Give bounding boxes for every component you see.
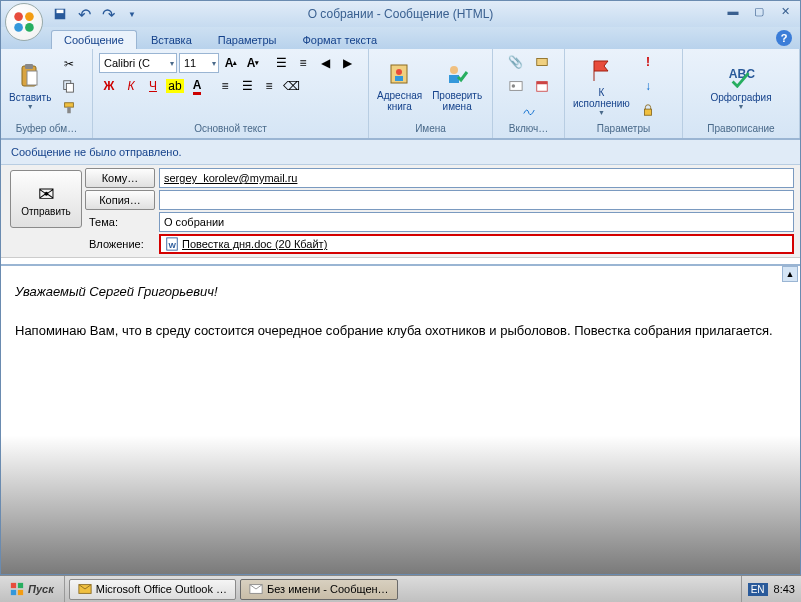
to-field[interactable]: sergey_korolev@mymail.ru: [159, 168, 794, 188]
close-button[interactable]: ✕: [774, 3, 796, 19]
attach-item-icon[interactable]: [532, 52, 552, 72]
format-painter-icon[interactable]: [59, 98, 79, 118]
bullets-icon[interactable]: ☰: [271, 53, 291, 73]
body-paragraph: Напоминаю Вам, что в среду состоится оче…: [15, 321, 786, 341]
svg-point-2: [14, 23, 23, 32]
check-names-button[interactable]: Проверить имена: [428, 53, 486, 119]
check-names-icon: [443, 60, 471, 88]
save-icon[interactable]: [51, 5, 69, 23]
clear-format-icon[interactable]: ⌫: [281, 76, 301, 96]
font-color-icon[interactable]: A: [187, 76, 207, 96]
cut-icon[interactable]: ✂: [59, 54, 79, 74]
svg-point-3: [25, 23, 34, 32]
grow-font-icon[interactable]: A▴: [221, 53, 241, 73]
signature-icon[interactable]: [519, 100, 539, 120]
office-button[interactable]: [5, 3, 43, 41]
group-followup: К исполнению ▼ ! ↓ Параметры: [565, 49, 683, 138]
follow-up-button[interactable]: К исполнению ▼: [569, 53, 634, 119]
italic-icon[interactable]: К: [121, 76, 141, 96]
chevron-down-icon: ▼: [598, 109, 605, 116]
minimize-button[interactable]: ▬: [722, 3, 744, 19]
attachment-item[interactable]: W Повестка дня.doc (20 Кбайт): [165, 237, 327, 251]
group-clipboard: Вставить ▼ ✂ Буфер обм…: [1, 49, 93, 138]
subject-field[interactable]: О собрании: [159, 212, 794, 232]
group-label-names: Имена: [373, 121, 488, 136]
highlight-icon[interactable]: ab: [165, 76, 185, 96]
align-right-icon[interactable]: ≡: [259, 76, 279, 96]
spelling-button[interactable]: ABC Орфография ▼: [706, 53, 775, 119]
quick-access-toolbar: ↶ ↷ ▼: [51, 1, 141, 27]
clock: 8:43: [774, 583, 795, 595]
tab-options[interactable]: Параметры: [206, 31, 289, 49]
svg-rect-27: [11, 583, 16, 588]
shrink-font-icon[interactable]: A▾: [243, 53, 263, 73]
tab-format[interactable]: Формат текста: [290, 31, 389, 49]
svg-rect-12: [68, 107, 72, 113]
bold-icon[interactable]: Ж: [99, 76, 119, 96]
svg-rect-7: [25, 64, 33, 69]
window-title: О собрании - Сообщение (HTML): [308, 7, 494, 21]
attach-file-icon[interactable]: 📎: [506, 52, 526, 72]
to-button[interactable]: Кому…: [85, 168, 155, 188]
message-area: Сообщение не было отправлено. ✉ Отправит…: [1, 139, 800, 574]
outdent-icon[interactable]: ◀: [315, 53, 335, 73]
calendar-icon[interactable]: [532, 76, 552, 96]
undo-icon[interactable]: ↶: [75, 5, 93, 23]
chevron-down-icon: ▼: [27, 103, 34, 110]
group-basictext: Calibri (C 11 A▴ A▾ ☰ ≡ ◀ ▶ Ж К Ч ab A: [93, 49, 369, 138]
indent-icon[interactable]: ▶: [337, 53, 357, 73]
svg-point-20: [511, 84, 515, 88]
svg-rect-5: [57, 10, 64, 14]
send-button[interactable]: ✉ Отправить: [10, 170, 82, 228]
group-label-basictext: Основной текст: [97, 121, 364, 136]
font-size-combo[interactable]: 11: [179, 53, 219, 73]
paste-button[interactable]: Вставить ▼: [5, 53, 55, 119]
svg-point-1: [25, 12, 34, 21]
redo-icon[interactable]: ↷: [99, 5, 117, 23]
tab-insert[interactable]: Вставка: [139, 31, 204, 49]
subject-label: Тема:: [85, 213, 155, 231]
tab-message[interactable]: Сообщение: [51, 30, 137, 49]
taskbar-item-message[interactable]: Без имени - Сообщен…: [240, 579, 398, 600]
align-center-icon[interactable]: ☰: [237, 76, 257, 96]
scroll-up-icon[interactable]: ▲: [782, 266, 798, 282]
help-icon[interactable]: ?: [776, 30, 792, 46]
system-tray: EN 8:43: [741, 576, 801, 602]
svg-rect-10: [67, 83, 74, 92]
ribbon-tabs: Сообщение Вставка Параметры Формат текст…: [1, 27, 800, 49]
svg-rect-15: [395, 76, 403, 81]
message-body[interactable]: Уважаемый Сергей Григорьевич! Напоминаю …: [1, 264, 800, 574]
business-card-icon[interactable]: [506, 76, 526, 96]
maximize-button[interactable]: ▢: [748, 3, 770, 19]
compose-header: ✉ Отправить Кому… sergey_korolev@mymail.…: [1, 165, 800, 258]
underline-icon[interactable]: Ч: [143, 76, 163, 96]
qat-dropdown-icon[interactable]: ▼: [123, 5, 141, 23]
group-label-options: Параметры: [569, 121, 678, 136]
outlook-compose-window: ↶ ↷ ▼ О собрании - Сообщение (HTML) ▬ ▢ …: [0, 0, 801, 575]
copy-icon[interactable]: [59, 76, 79, 96]
chevron-down-icon: ▼: [738, 103, 745, 110]
cc-button[interactable]: Копия…: [85, 190, 155, 210]
language-indicator[interactable]: EN: [748, 583, 768, 596]
start-button[interactable]: Пуск: [0, 576, 65, 602]
importance-high-icon[interactable]: !: [638, 52, 658, 72]
font-family-combo[interactable]: Calibri (C: [99, 53, 177, 73]
svg-rect-29: [11, 590, 16, 595]
importance-low-icon[interactable]: ↓: [638, 76, 658, 96]
windows-logo-icon: [10, 582, 24, 596]
taskbar-item-outlook[interactable]: Microsoft Office Outlook …: [69, 579, 236, 600]
group-proofing: ABC Орфография ▼ Правописание: [683, 49, 800, 138]
align-left-icon[interactable]: ≡: [215, 76, 235, 96]
svg-point-14: [396, 69, 402, 75]
svg-rect-28: [18, 583, 23, 588]
permission-icon[interactable]: [638, 100, 658, 120]
paste-icon: [16, 62, 44, 90]
numbering-icon[interactable]: ≡: [293, 53, 313, 73]
svg-rect-30: [18, 590, 23, 595]
cc-field[interactable]: [159, 190, 794, 210]
outlook-icon: [78, 582, 92, 596]
attachment-field[interactable]: W Повестка дня.doc (20 Кбайт): [159, 234, 794, 254]
address-book-button[interactable]: Адресная книга: [373, 53, 426, 119]
info-bar: Сообщение не было отправлено.: [1, 140, 800, 165]
window-controls: ▬ ▢ ✕: [722, 3, 796, 19]
